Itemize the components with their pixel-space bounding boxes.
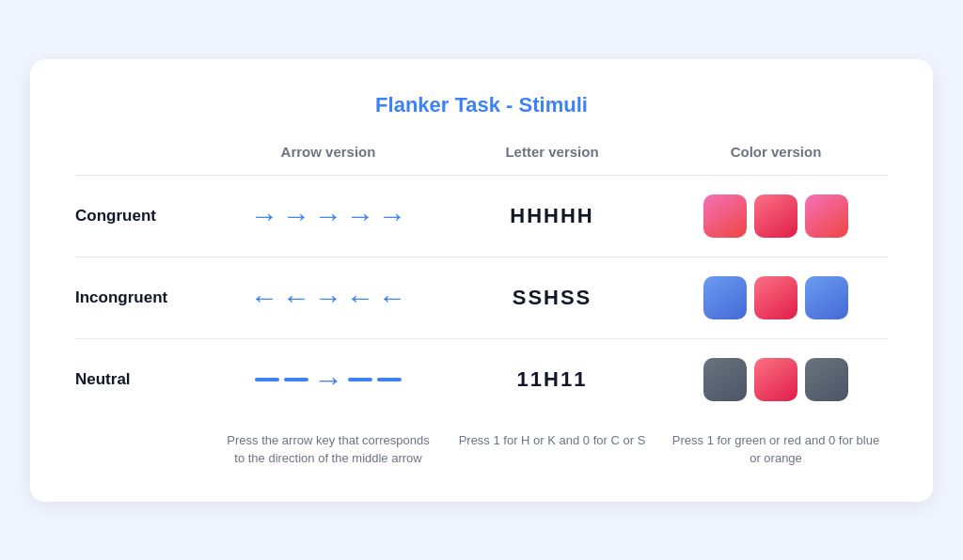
header-label	[75, 144, 216, 175]
congruent-sq-2	[754, 194, 797, 238]
neutral-dash-4	[377, 378, 402, 381]
congruent-sq-3	[805, 194, 848, 238]
arrow-1: →	[250, 202, 278, 230]
neutral-letters: 11H11	[440, 338, 664, 420]
neutral-dash-2	[284, 378, 308, 381]
inc-arrow-5: ←	[378, 284, 406, 312]
congruent-sq-1	[703, 194, 747, 238]
incongruent-letter-text: SSHSS	[513, 286, 592, 310]
arrow-2: →	[282, 202, 310, 230]
incongruent-label: Incongruent	[75, 257, 216, 338]
instruction-color: Press 1 for green or red and 0 for blue …	[664, 420, 888, 472]
arrow-4: →	[346, 202, 374, 230]
inc-arrow-3: →	[314, 284, 342, 312]
arrow-5: →	[378, 202, 406, 230]
inc-arrow-2: ←	[282, 284, 310, 312]
incongruent-letters: SSHSS	[440, 257, 664, 338]
instruction-letter: Press 1 for H or K and 0 for C or S	[440, 420, 664, 472]
incongruent-colors	[664, 257, 888, 338]
incongruent-arrows: ← ← → ← ←	[216, 257, 440, 338]
stimuli-grid: Arrow version Letter version Color versi…	[75, 144, 888, 472]
header-letter: Letter version	[440, 144, 664, 175]
neutral-arrows: →	[216, 338, 440, 420]
neutral-sq-1	[703, 358, 747, 401]
neutral-colors	[664, 338, 888, 420]
congruent-letters: HHHHH	[440, 175, 664, 257]
incongruent-sq-2	[754, 276, 797, 319]
neutral-sq-3	[805, 358, 848, 401]
congruent-colors	[664, 175, 888, 257]
header-arrow: Arrow version	[216, 144, 440, 175]
neutral-sq-2	[754, 358, 797, 401]
incongruent-sq-3	[805, 276, 848, 319]
incongruent-sq-1	[703, 276, 747, 319]
congruent-arrows: → → → → →	[216, 175, 440, 257]
congruent-label: Congruent	[75, 175, 216, 257]
main-card: Flanker Task - Stimuli Arrow version Let…	[30, 59, 933, 502]
neutral-center-arrow: →	[313, 365, 343, 395]
inc-arrow-4: ←	[346, 284, 374, 312]
neutral-dash-3	[348, 378, 372, 381]
congruent-letter-text: HHHHH	[510, 204, 593, 228]
neutral-letter-text: 11H11	[517, 367, 588, 392]
neutral-dash-1	[255, 378, 279, 381]
page-title: Flanker Task - Stimuli	[75, 93, 888, 117]
instruction-arrow: Press the arrow key that corresponds to …	[216, 420, 440, 472]
inc-arrow-1: ←	[250, 284, 278, 312]
arrow-3: →	[314, 202, 342, 230]
header-color: Color version	[664, 144, 888, 175]
instr-empty	[75, 420, 216, 472]
neutral-label: Neutral	[75, 338, 216, 420]
